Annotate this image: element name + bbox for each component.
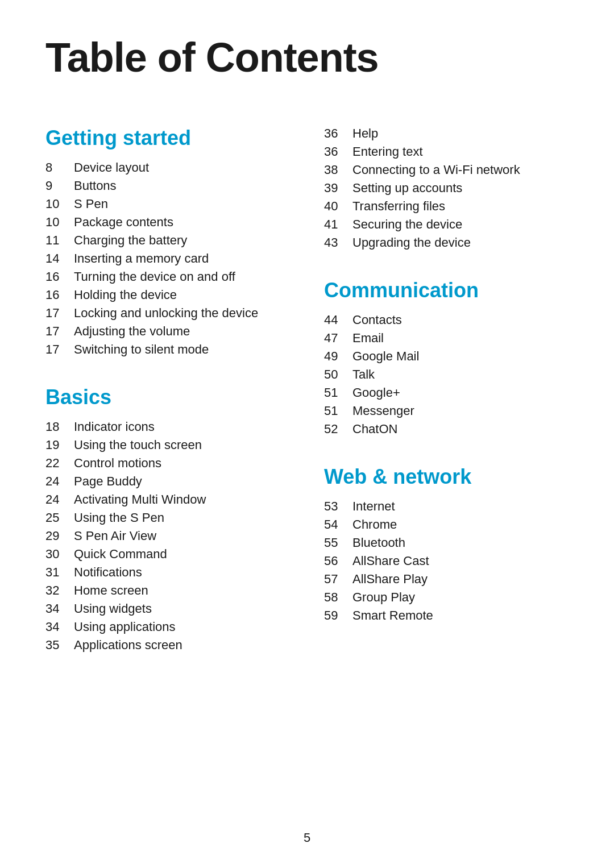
item-label: Home screen — [74, 583, 148, 598]
list-item: 34 Using widgets — [45, 601, 290, 616]
page-num: 52 — [324, 422, 352, 437]
list-item: 14 Inserting a memory card — [45, 251, 290, 266]
page-num: 16 — [45, 269, 74, 284]
page-num: 50 — [324, 367, 352, 382]
content-columns: Getting started 8 Device layout 9 Button… — [45, 126, 569, 656]
item-label: Indicator icons — [74, 420, 155, 434]
list-item: 38 Connecting to a Wi-Fi network — [324, 163, 569, 177]
list-item: 53 Internet — [324, 499, 569, 514]
page-num: 17 — [45, 324, 74, 339]
list-item: 29 S Pen Air View — [45, 529, 290, 543]
item-label: Setting up accounts — [352, 181, 462, 196]
list-item: 51 Google+ — [324, 385, 569, 400]
item-label: Using widgets — [74, 601, 152, 616]
item-label: Adjusting the volume — [74, 324, 190, 339]
page-num: 18 — [45, 420, 74, 434]
page-num: 57 — [324, 572, 352, 587]
item-label: Applications screen — [74, 638, 182, 653]
item-label: Google+ — [352, 385, 400, 400]
list-item: 18 Indicator icons — [45, 420, 290, 434]
page-num: 51 — [324, 404, 352, 418]
list-item: 16 Turning the device on and off — [45, 269, 290, 284]
page-num: 9 — [45, 178, 74, 193]
item-label: Chrome — [352, 517, 397, 532]
page-num: 49 — [324, 349, 352, 364]
page-num: 56 — [324, 554, 352, 568]
page-num: 25 — [45, 510, 74, 525]
list-item: 43 Upgrading the device — [324, 235, 569, 250]
page-num: 35 — [45, 638, 74, 653]
list-item: 58 Group Play — [324, 590, 569, 605]
item-label: AllShare Cast — [352, 554, 429, 568]
item-label: Buttons — [74, 178, 117, 193]
item-label: Page Buddy — [74, 474, 142, 489]
continuation-list: 36 Help 36 Entering text 38 Connecting t… — [324, 126, 569, 250]
web-network-list: 53 Internet 54 Chrome 55 Bluetooth 56 Al… — [324, 499, 569, 623]
section-title-web-network: Web & network — [324, 465, 569, 489]
item-label: Talk — [352, 367, 375, 382]
page-title: Table of Contents — [45, 34, 569, 81]
item-label: AllShare Play — [352, 572, 428, 587]
list-item: 44 Contacts — [324, 313, 569, 327]
left-column: Getting started 8 Device layout 9 Button… — [45, 126, 290, 656]
communication-list: 44 Contacts 47 Email 49 Google Mail 50 T… — [324, 313, 569, 437]
list-item: 11 Charging the battery — [45, 233, 290, 248]
item-label: Locking and unlocking the device — [74, 306, 258, 321]
page-num: 17 — [45, 342, 74, 357]
item-label: S Pen — [74, 197, 108, 211]
item-label: Turning the device on and off — [74, 269, 235, 284]
page-num: 10 — [45, 197, 74, 211]
page: Table of Contents Getting started 8 Devi… — [0, 0, 614, 868]
page-num: 34 — [45, 620, 74, 634]
item-label: Using the S Pen — [74, 510, 164, 525]
page-num: 24 — [45, 492, 74, 507]
page-num: 38 — [324, 163, 352, 177]
page-num: 47 — [324, 331, 352, 346]
list-item: 24 Page Buddy — [45, 474, 290, 489]
item-label: Smart Remote — [352, 608, 433, 623]
item-label: Device layout — [74, 160, 149, 175]
section-title-basics: Basics — [45, 385, 290, 409]
page-num: 55 — [324, 535, 352, 550]
list-item: 36 Help — [324, 126, 569, 141]
page-num: 44 — [324, 313, 352, 327]
page-num: 19 — [45, 438, 74, 452]
page-num: 53 — [324, 499, 352, 514]
list-item: 51 Messenger — [324, 404, 569, 418]
item-label: ChatON — [352, 422, 397, 437]
list-item: 59 Smart Remote — [324, 608, 569, 623]
item-label: Bluetooth — [352, 535, 405, 550]
list-item: 9 Buttons — [45, 178, 290, 193]
page-num: 34 — [45, 601, 74, 616]
list-item: 47 Email — [324, 331, 569, 346]
item-label: Holding the device — [74, 288, 177, 302]
list-item: 31 Notifications — [45, 565, 290, 580]
item-label: Contacts — [352, 313, 402, 327]
page-num: 14 — [45, 251, 74, 266]
list-item: 8 Device layout — [45, 160, 290, 175]
list-item: 25 Using the S Pen — [45, 510, 290, 525]
item-label: Securing the device — [352, 217, 462, 232]
section-title-communication: Communication — [324, 279, 569, 302]
page-num: 31 — [45, 565, 74, 580]
item-label: Connecting to a Wi-Fi network — [352, 163, 520, 177]
list-item: 10 Package contents — [45, 215, 290, 230]
page-num: 59 — [324, 608, 352, 623]
list-item: 57 AllShare Play — [324, 572, 569, 587]
list-item: 34 Using applications — [45, 620, 290, 634]
item-label: Internet — [352, 499, 395, 514]
item-label: Quick Command — [74, 547, 167, 562]
list-item: 24 Activating Multi Window — [45, 492, 290, 507]
page-num: 32 — [45, 583, 74, 598]
list-item: 16 Holding the device — [45, 288, 290, 302]
list-item: 19 Using the touch screen — [45, 438, 290, 452]
list-item: 41 Securing the device — [324, 217, 569, 232]
item-label: Group Play — [352, 590, 415, 605]
section-title-getting-started: Getting started — [45, 126, 290, 150]
page-num: 36 — [324, 126, 352, 141]
item-label: Using the touch screen — [74, 438, 202, 452]
list-item: 17 Locking and unlocking the device — [45, 306, 290, 321]
item-label: Google Mail — [352, 349, 419, 364]
page-num: 10 — [45, 215, 74, 230]
item-label: Charging the battery — [74, 233, 187, 248]
